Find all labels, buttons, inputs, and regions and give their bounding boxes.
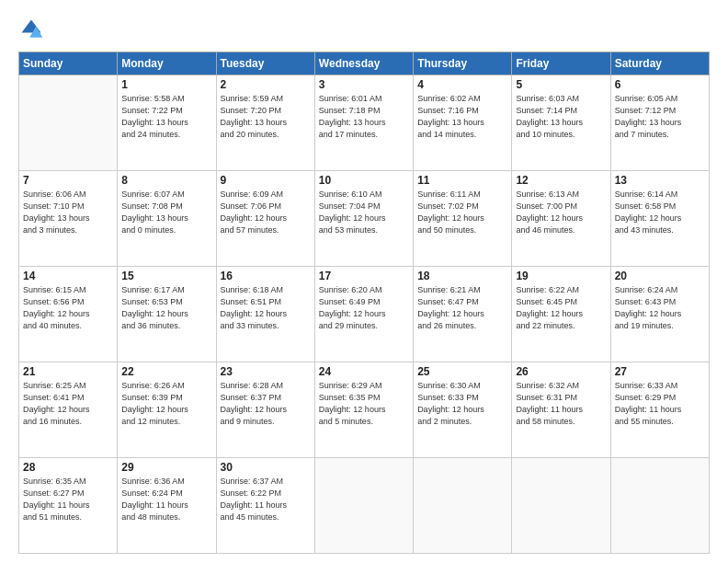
calendar-page: SundayMondayTuesdayWednesdayThursdayFrid…	[0, 0, 728, 563]
calendar-cell: 14Sunrise: 6:15 AM Sunset: 6:56 PM Dayli…	[19, 267, 118, 362]
day-info: Sunrise: 6:21 AM Sunset: 6:47 PM Dayligh…	[417, 284, 507, 332]
day-info: Sunrise: 6:29 AM Sunset: 6:35 PM Dayligh…	[319, 380, 409, 428]
day-number: 15	[121, 270, 211, 282]
weekday-header-monday: Monday	[118, 52, 216, 75]
day-number: 20	[615, 270, 705, 282]
day-info: Sunrise: 6:22 AM Sunset: 6:45 PM Dayligh…	[516, 284, 606, 332]
day-number: 29	[121, 461, 211, 474]
weekday-header-saturday: Saturday	[610, 52, 709, 75]
calendar-cell: 23Sunrise: 6:28 AM Sunset: 6:37 PM Dayli…	[216, 362, 314, 458]
calendar-cell: 30Sunrise: 6:37 AM Sunset: 6:22 PM Dayli…	[216, 458, 314, 554]
day-info: Sunrise: 6:09 AM Sunset: 7:06 PM Dayligh…	[221, 189, 311, 236]
day-number: 2	[221, 78, 311, 91]
week-row-5: 28Sunrise: 6:35 AM Sunset: 6:27 PM Dayli…	[19, 458, 710, 554]
day-info: Sunrise: 6:28 AM Sunset: 6:37 PM Dayligh…	[221, 380, 311, 428]
calendar-cell: 13Sunrise: 6:14 AM Sunset: 6:58 PM Dayli…	[610, 171, 709, 267]
day-number: 9	[221, 174, 311, 187]
day-number: 3	[319, 78, 409, 91]
day-info: Sunrise: 6:07 AM Sunset: 7:08 PM Dayligh…	[121, 189, 211, 236]
weekday-header-thursday: Thursday	[414, 52, 512, 75]
day-info: Sunrise: 6:24 AM Sunset: 6:43 PM Dayligh…	[615, 284, 705, 332]
week-row-4: 21Sunrise: 6:25 AM Sunset: 6:41 PM Dayli…	[19, 362, 710, 458]
calendar-cell: 21Sunrise: 6:25 AM Sunset: 6:41 PM Dayli…	[19, 362, 118, 458]
day-number: 13	[615, 174, 705, 187]
day-number: 24	[319, 365, 409, 378]
calendar-cell	[610, 458, 709, 554]
day-number: 12	[516, 174, 606, 187]
day-info: Sunrise: 5:59 AM Sunset: 7:20 PM Dayligh…	[221, 93, 311, 141]
calendar-cell: 7Sunrise: 6:06 AM Sunset: 7:10 PM Daylig…	[19, 171, 118, 267]
day-number: 11	[417, 174, 507, 187]
weekday-header-row: SundayMondayTuesdayWednesdayThursdayFrid…	[19, 52, 710, 75]
calendar-cell: 17Sunrise: 6:20 AM Sunset: 6:49 PM Dayli…	[314, 267, 413, 362]
day-info: Sunrise: 6:06 AM Sunset: 7:10 PM Dayligh…	[23, 189, 113, 236]
day-info: Sunrise: 6:30 AM Sunset: 6:33 PM Dayligh…	[417, 380, 507, 428]
day-info: Sunrise: 6:20 AM Sunset: 6:49 PM Dayligh…	[319, 284, 409, 332]
day-number: 27	[615, 365, 705, 378]
day-info: Sunrise: 6:37 AM Sunset: 6:22 PM Dayligh…	[221, 476, 311, 523]
day-number: 26	[516, 365, 606, 378]
day-info: Sunrise: 6:10 AM Sunset: 7:04 PM Dayligh…	[319, 189, 409, 236]
day-number: 30	[221, 461, 311, 474]
calendar-cell: 28Sunrise: 6:35 AM Sunset: 6:27 PM Dayli…	[19, 458, 118, 554]
calendar-cell	[512, 458, 610, 554]
calendar-cell: 1Sunrise: 5:58 AM Sunset: 7:22 PM Daylig…	[118, 75, 216, 171]
calendar-cell	[19, 75, 118, 171]
calendar-cell: 16Sunrise: 6:18 AM Sunset: 6:51 PM Dayli…	[216, 267, 314, 362]
header	[18, 17, 710, 42]
calendar-cell: 12Sunrise: 6:13 AM Sunset: 7:00 PM Dayli…	[512, 171, 610, 267]
day-number: 8	[121, 174, 211, 187]
day-info: Sunrise: 5:58 AM Sunset: 7:22 PM Dayligh…	[121, 93, 211, 141]
logo	[18, 17, 48, 42]
calendar-cell: 25Sunrise: 6:30 AM Sunset: 6:33 PM Dayli…	[414, 362, 512, 458]
calendar-cell: 15Sunrise: 6:17 AM Sunset: 6:53 PM Dayli…	[118, 267, 216, 362]
calendar-cell: 10Sunrise: 6:10 AM Sunset: 7:04 PM Dayli…	[314, 171, 413, 267]
day-info: Sunrise: 6:35 AM Sunset: 6:27 PM Dayligh…	[23, 476, 113, 523]
calendar-cell: 6Sunrise: 6:05 AM Sunset: 7:12 PM Daylig…	[610, 75, 709, 171]
day-info: Sunrise: 6:05 AM Sunset: 7:12 PM Dayligh…	[615, 93, 705, 141]
calendar-cell: 18Sunrise: 6:21 AM Sunset: 6:47 PM Dayli…	[414, 267, 512, 362]
calendar-cell	[314, 458, 413, 554]
day-number: 28	[23, 461, 113, 474]
week-row-2: 7Sunrise: 6:06 AM Sunset: 7:10 PM Daylig…	[19, 171, 710, 267]
day-info: Sunrise: 6:14 AM Sunset: 6:58 PM Dayligh…	[615, 189, 705, 236]
calendar-cell: 22Sunrise: 6:26 AM Sunset: 6:39 PM Dayli…	[118, 362, 216, 458]
day-info: Sunrise: 6:02 AM Sunset: 7:16 PM Dayligh…	[417, 93, 507, 141]
calendar-cell	[414, 458, 512, 554]
day-number: 22	[121, 365, 211, 378]
day-info: Sunrise: 6:32 AM Sunset: 6:31 PM Dayligh…	[516, 380, 606, 428]
weekday-header-sunday: Sunday	[19, 52, 118, 75]
day-info: Sunrise: 6:36 AM Sunset: 6:24 PM Dayligh…	[121, 476, 211, 523]
day-info: Sunrise: 6:33 AM Sunset: 6:29 PM Dayligh…	[615, 380, 705, 428]
calendar-table: SundayMondayTuesdayWednesdayThursdayFrid…	[18, 52, 710, 554]
calendar-cell: 2Sunrise: 5:59 AM Sunset: 7:20 PM Daylig…	[216, 75, 314, 171]
day-number: 17	[319, 270, 409, 282]
calendar-cell: 19Sunrise: 6:22 AM Sunset: 6:45 PM Dayli…	[512, 267, 610, 362]
day-number: 7	[23, 174, 113, 187]
day-info: Sunrise: 6:18 AM Sunset: 6:51 PM Dayligh…	[221, 284, 311, 332]
day-number: 18	[417, 270, 507, 282]
calendar-cell: 4Sunrise: 6:02 AM Sunset: 7:16 PM Daylig…	[414, 75, 512, 171]
calendar-cell: 3Sunrise: 6:01 AM Sunset: 7:18 PM Daylig…	[314, 75, 413, 171]
day-number: 6	[615, 78, 705, 91]
calendar-cell: 8Sunrise: 6:07 AM Sunset: 7:08 PM Daylig…	[118, 171, 216, 267]
day-number: 16	[221, 270, 311, 282]
day-info: Sunrise: 6:15 AM Sunset: 6:56 PM Dayligh…	[23, 284, 113, 332]
day-number: 14	[23, 270, 113, 282]
week-row-1: 1Sunrise: 5:58 AM Sunset: 7:22 PM Daylig…	[19, 75, 710, 171]
day-number: 19	[516, 270, 606, 282]
weekday-header-wednesday: Wednesday	[314, 52, 413, 75]
calendar-cell: 9Sunrise: 6:09 AM Sunset: 7:06 PM Daylig…	[216, 171, 314, 267]
day-info: Sunrise: 6:26 AM Sunset: 6:39 PM Dayligh…	[121, 380, 211, 428]
day-info: Sunrise: 6:01 AM Sunset: 7:18 PM Dayligh…	[319, 93, 409, 141]
day-number: 4	[417, 78, 507, 91]
day-number: 10	[319, 174, 409, 187]
calendar-cell: 29Sunrise: 6:36 AM Sunset: 6:24 PM Dayli…	[118, 458, 216, 554]
day-number: 23	[221, 365, 311, 378]
weekday-header-tuesday: Tuesday	[216, 52, 314, 75]
calendar-cell: 11Sunrise: 6:11 AM Sunset: 7:02 PM Dayli…	[414, 171, 512, 267]
day-number: 25	[417, 365, 507, 378]
day-info: Sunrise: 6:25 AM Sunset: 6:41 PM Dayligh…	[23, 380, 113, 428]
calendar-cell: 26Sunrise: 6:32 AM Sunset: 6:31 PM Dayli…	[512, 362, 610, 458]
calendar-cell: 24Sunrise: 6:29 AM Sunset: 6:35 PM Dayli…	[314, 362, 413, 458]
